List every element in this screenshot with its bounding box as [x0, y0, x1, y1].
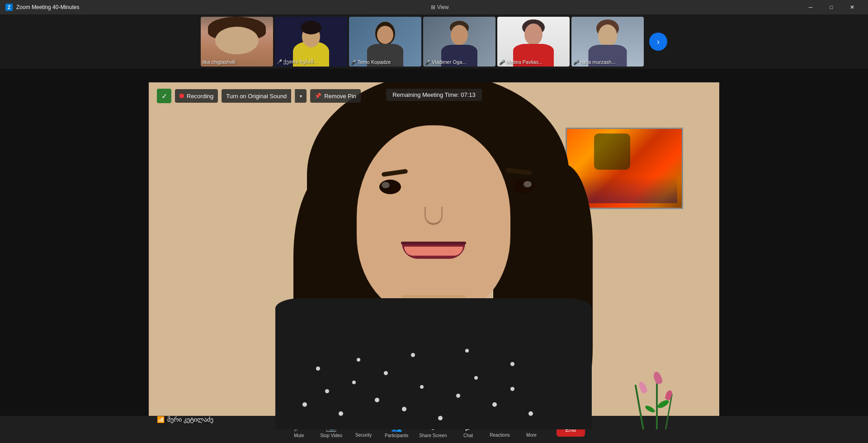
meeting-timer: Remaining Meeting Time: 07:13 — [386, 89, 482, 101]
remove-pin-label: Remove Pin — [324, 93, 356, 100]
share-label: Share Screen — [419, 433, 447, 438]
participant-name-4: Vladimer Oga... — [432, 59, 466, 65]
muted-icon-5: 🎤 — [499, 60, 505, 65]
participant-thumb-5[interactable]: 🎤 Medea Pavlias... — [497, 17, 570, 67]
close-button[interactable]: ✕ — [842, 0, 863, 14]
dropdown-icon: ▾ — [300, 94, 302, 99]
participants-label: Participants — [385, 433, 408, 438]
title-bar: Z Zoom Meeting 40-Minutes ⊞ View ─ □ ✕ — [0, 0, 868, 14]
recording-button[interactable]: Recording — [175, 89, 218, 103]
chat-label: Chat — [463, 433, 473, 438]
security-label: Security — [355, 433, 372, 438]
title-bar-right: ⊞ View — [431, 4, 449, 10]
title-bar-left: Z Zoom Meeting 40-Minutes — [5, 4, 79, 11]
maximize-button[interactable]: □ — [821, 0, 842, 14]
next-participants-button[interactable]: › — [649, 33, 667, 51]
mute-label: Mute — [294, 433, 304, 438]
participant-name-2: ქეთია ხებაშ... — [283, 59, 317, 65]
original-sound-label: Turn on Original Sound — [226, 93, 287, 100]
view-button[interactable]: ⊞ View — [431, 4, 449, 10]
reactions-label: Reactions — [490, 433, 509, 438]
participant-label-1: lika chiglashvili — [203, 59, 271, 65]
participant-label-5: 🎤 Medea Pavlias... — [499, 59, 568, 65]
participant-label-3: 🎤 Temo Kopadze — [351, 59, 420, 65]
participant-label-6: 🎤 nana murzash... — [573, 59, 642, 65]
original-sound-button[interactable]: Turn on Original Sound — [222, 89, 291, 103]
muted-icon-4: 🎤 — [425, 60, 430, 65]
recording-label: Recording — [187, 93, 213, 100]
speaker-name-label: 📶 მერი კეტილაძე — [157, 416, 213, 423]
zoom-icon: Z — [5, 4, 13, 11]
more-label: More — [526, 433, 537, 438]
view-label: View — [437, 4, 449, 10]
window-controls: ─ □ ✕ — [800, 0, 863, 14]
participant-thumb-3[interactable]: 🎤 Temo Kopadze — [349, 17, 421, 67]
view-grid-icon: ⊞ — [431, 4, 435, 10]
window-title: Zoom Meeting 40-Minutes — [16, 4, 79, 10]
shield-button[interactable]: ✓ — [157, 89, 171, 103]
participant-label-2: 🎤 ქეთია ხებაშ... — [277, 59, 345, 65]
minimize-button[interactable]: ─ — [800, 0, 821, 14]
participant-name-1: lika chiglashvili — [203, 59, 236, 65]
participant-name-6: nana murzash... — [580, 59, 616, 65]
muted-icon-2: 🎤 — [277, 59, 282, 64]
participant-name-3: Temo Kopadze — [358, 59, 391, 65]
muted-icon-3: 🎤 — [351, 60, 356, 65]
timer-label: Remaining Meeting Time: 07:13 — [392, 91, 476, 98]
speaker-name: მერი კეტილაძე — [167, 416, 213, 423]
next-icon: › — [657, 37, 660, 47]
main-video: ✓ Recording Turn on Original Sound ▾ 📌 R… — [149, 82, 719, 429]
participants-strip: lika chiglashvili 🎤 ქეთია ხებაშ... 🎤 — [0, 14, 868, 69]
muted-icon-6: 🎤 — [573, 60, 579, 65]
video-background — [149, 82, 719, 429]
recording-dot — [179, 94, 184, 98]
remove-pin-button[interactable]: 📌 Remove Pin — [310, 89, 361, 103]
participant-thumb-6[interactable]: 🎤 nana murzash... — [571, 17, 644, 67]
participant-thumb-2[interactable]: 🎤 ქეთია ხებაშ... — [275, 17, 347, 67]
pin-icon: 📌 — [315, 93, 321, 99]
signal-icon: 📶 — [157, 416, 165, 423]
toolbar-overlay: ✓ Recording Turn on Original Sound ▾ 📌 R… — [157, 89, 361, 103]
video-area-wrapper: ✓ Recording Turn on Original Sound ▾ 📌 R… — [0, 69, 868, 443]
participant-name-5: Medea Pavlias... — [506, 59, 542, 65]
participant-thumb-1[interactable]: lika chiglashvili — [201, 17, 273, 67]
participant-label-4: 🎤 Vladimer Oga... — [425, 59, 494, 65]
video-label: Stop Video — [320, 433, 342, 438]
shield-icon: ✓ — [161, 92, 167, 100]
original-sound-dropdown[interactable]: ▾ — [295, 89, 307, 103]
participant-thumb-4[interactable]: 🎤 Vladimer Oga... — [423, 17, 495, 67]
